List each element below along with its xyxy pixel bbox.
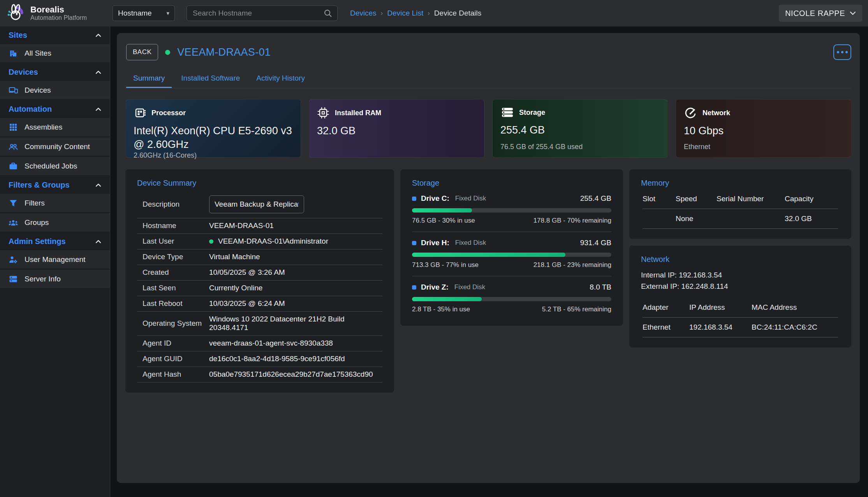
- table-row: Hostname VEEAM-DRAAS-01: [137, 218, 382, 234]
- memory-table: Slot Speed Serial Number Capacity None 3…: [641, 195, 840, 229]
- sidebar-item-label: Filters: [25, 199, 45, 207]
- table-cell: Ethernet: [643, 317, 689, 337]
- storage-panel: Storage Drive C: Fixed Disk 255.4 GB 76.…: [400, 169, 623, 326]
- disks-icon: [500, 107, 514, 118]
- drive-used-text: 76.5 GB - 30% in use: [412, 217, 475, 225]
- table-row: Agent Hash 05ba0e7935171d626ecea29b27d7a…: [137, 367, 382, 383]
- sidebar-item-filters[interactable]: Filters: [0, 194, 110, 212]
- drive-usage-bar: [412, 208, 611, 212]
- card-title: Storage: [519, 109, 545, 117]
- drive-row: Drive Z: Fixed Disk 8.0 TB 2.8 TB - 35% …: [412, 276, 611, 316]
- drive-remaining-text: 178.8 GB - 70% remaining: [533, 217, 611, 225]
- table-row: Created 10/05/2025 @ 3:26 AM: [137, 265, 382, 281]
- sidebar-item-label: User Management: [25, 255, 85, 264]
- funnel-icon: [9, 199, 18, 207]
- groups-icon: [9, 219, 18, 226]
- user-menu-button[interactable]: NICOLE RAPPE: [779, 5, 862, 22]
- sidebar-section-devices[interactable]: Devices: [0, 63, 110, 81]
- table-row: Operating System Windows 10 2022 Datacen…: [137, 312, 382, 336]
- panel-title: Storage: [412, 179, 611, 188]
- drive-remaining-text: 218.1 GB - 23% remaining: [533, 261, 611, 269]
- online-status-dot: [165, 50, 170, 55]
- search-icon: [324, 9, 332, 18]
- borealis-logo-icon: [5, 3, 26, 23]
- drive-icon: [412, 197, 416, 201]
- filter-select-value: Hostname: [118, 9, 152, 18]
- chevron-up-icon: [95, 33, 101, 37]
- processor-card: Processor Intel(R) Xeon(R) CPU E5-2690 v…: [125, 99, 301, 158]
- server-icon: [9, 275, 18, 283]
- cpu-icon: [134, 107, 146, 119]
- sidebar: Sites All Sites Devices Devices Automati…: [0, 26, 110, 497]
- breadcrumb-device-details: Device Details: [434, 9, 481, 18]
- device-name-title: VEEAM-DRAAS-01: [177, 46, 271, 58]
- drive-usage-bar: [412, 297, 611, 301]
- panel-title: Memory: [641, 179, 840, 188]
- topbar: Borealis Automation Platform Hostname ▾ …: [0, 0, 868, 26]
- people-icon: [9, 143, 18, 150]
- ram-value: 32.0 GB: [317, 124, 476, 138]
- right-column: Memory Slot Speed Serial Number Capacity…: [629, 169, 851, 348]
- main-content: BACK VEEAM-DRAAS-01 Summary Installed So…: [110, 26, 868, 497]
- user-gear-icon: [9, 256, 18, 263]
- table-cell: 192.168.3.54: [689, 317, 752, 337]
- panel-title: Network: [641, 255, 840, 264]
- tab-installed-software[interactable]: Installed Software: [174, 69, 247, 88]
- sidebar-item-groups[interactable]: Groups: [0, 213, 110, 232]
- search-input[interactable]: [192, 9, 324, 18]
- ellipsis-icon: [837, 51, 839, 53]
- internal-ip: Internal IP: 192.168.3.54: [641, 269, 840, 281]
- sidebar-item-label: All Sites: [25, 49, 51, 58]
- more-actions-button[interactable]: [833, 44, 851, 60]
- section-label: Devices: [9, 68, 38, 77]
- drive-icon: [412, 285, 416, 290]
- speedometer-icon: [684, 107, 697, 119]
- sidebar-item-label: Devices: [25, 86, 51, 95]
- sidebar-item-label: Community Content: [25, 142, 90, 151]
- tab-summary[interactable]: Summary: [126, 69, 172, 88]
- table-row: Agent GUID de16c0c1-8aa2-4d18-9585-9ce91…: [137, 351, 382, 367]
- sidebar-item-user-management[interactable]: User Management: [0, 250, 110, 269]
- ram-chip-icon: [317, 107, 329, 119]
- detail-grid: Device Summary Description Hostname VEEA…: [125, 169, 851, 393]
- breadcrumb-separator: ›: [381, 9, 383, 17]
- sidebar-item-devices[interactable]: Devices: [0, 81, 110, 99]
- sidebar-section-automation[interactable]: Automation: [0, 100, 110, 118]
- drive-used-text: 2.8 TB - 35% in use: [412, 306, 470, 313]
- sidebar-item-assemblies[interactable]: Assemblies: [0, 118, 110, 136]
- sidebar-item-server-info[interactable]: Server Info: [0, 270, 110, 288]
- drive-remaining-text: 5.2 TB - 65% remaining: [542, 306, 611, 313]
- devices-icon: [9, 86, 18, 94]
- drive-row: Drive H: Fixed Disk 931.4 GB 713.3 GB - …: [412, 232, 611, 276]
- chevron-up-icon: [95, 183, 101, 187]
- processor-subtext: 2.60GHz (16-Cores): [134, 151, 293, 160]
- sidebar-section-sites[interactable]: Sites: [0, 26, 110, 44]
- sidebar-section-admin-settings[interactable]: Admin Settings: [0, 233, 110, 250]
- storage-subtext: 76.5 GB of 255.4 GB used: [500, 143, 660, 151]
- chevron-up-icon: [95, 240, 101, 243]
- table-row: Device Type Virtual Machine: [137, 249, 382, 265]
- drive-used-text: 713.3 GB - 77% in use: [412, 261, 479, 269]
- panel-title: Device Summary: [137, 179, 382, 188]
- section-label: Sites: [9, 31, 27, 40]
- grid-icon: [9, 123, 18, 131]
- table-row: Description: [137, 194, 382, 218]
- network-adapter-table: Adapter IP Address MAC Address Ethernet …: [641, 303, 840, 337]
- back-button[interactable]: BACK: [126, 44, 158, 60]
- sidebar-section-filters-groups[interactable]: Filters & Groups: [0, 176, 110, 194]
- hostname-filter-select[interactable]: Hostname ▾: [113, 5, 175, 21]
- tab-activity-history[interactable]: Activity History: [249, 69, 312, 88]
- table-row: Last User VEEAM-DRAAS-01\Administrator: [137, 234, 382, 249]
- card-title: Processor: [151, 109, 186, 117]
- sidebar-item-scheduled-jobs[interactable]: Scheduled Jobs: [0, 157, 110, 175]
- drive-icon: [412, 241, 416, 245]
- search-box[interactable]: [187, 5, 338, 21]
- breadcrumb-device-list[interactable]: Device List: [387, 9, 423, 18]
- breadcrumb-separator: ›: [428, 9, 430, 17]
- sidebar-item-community-content[interactable]: Community Content: [0, 137, 110, 156]
- section-label: Filters & Groups: [9, 181, 70, 190]
- sidebar-item-all-sites[interactable]: All Sites: [0, 44, 110, 62]
- section-label: Automation: [9, 105, 52, 114]
- breadcrumb-devices[interactable]: Devices: [350, 9, 377, 18]
- description-input[interactable]: [209, 195, 304, 213]
